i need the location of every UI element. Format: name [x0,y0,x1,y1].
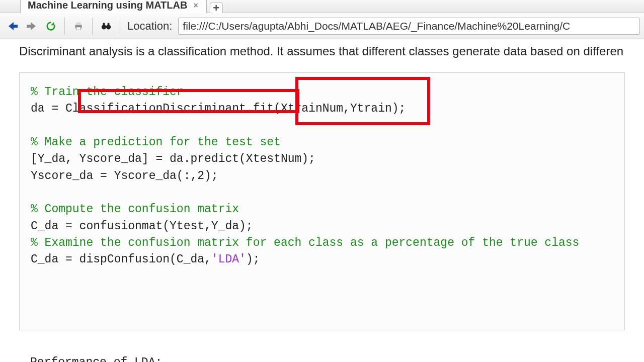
page-content: Discriminant analysis is a classificatio… [0,39,644,362]
toolbar-divider [64,18,65,35]
svg-rect-6 [103,23,105,26]
binoculars-icon [100,21,112,32]
code-line: C_da = dispConfusion(C_da,'LDA'); [31,253,260,266]
printer-icon [73,21,84,32]
toolbar: Location: [0,13,644,39]
code-comment: % Compute the confusion matrix [31,203,239,216]
code-block: % Train the classifier da = Classificati… [19,72,625,330]
browser-tab[interactable]: Machine Learning using MATLAB × [20,0,207,13]
arrow-left-icon [7,20,19,32]
arrow-right-icon [26,20,38,32]
code-line: [Y_da, Yscore_da] = da.predict(XtestNum)… [31,152,315,165]
svg-rect-5 [105,26,108,28]
plus-icon: + [213,2,219,15]
svg-rect-1 [76,22,80,25]
print-button[interactable] [70,18,87,35]
svg-rect-7 [108,23,110,26]
code-line: Yscore_da = Yscore_da(:,2); [31,169,218,183]
tab-bar: Machine Learning using MATLAB × + [0,0,644,13]
output-title: Performance of LDA: [30,356,162,362]
code-comment: % Train the classifier [31,85,184,99]
code-comment: % Make a prediction for the test set [31,136,281,149]
reload-icon [45,21,56,32]
toolbar-divider [92,18,93,35]
code-line: C_da = confusionmat(Ytest,Y_da); [31,220,253,233]
back-button[interactable] [4,18,21,35]
find-button[interactable] [98,18,115,35]
code-comment: % Examine the confusion matrix for each … [31,236,579,249]
new-tab-button[interactable]: + [210,2,223,13]
intro-text: Discriminant analysis is a classificatio… [19,44,625,58]
tab-title: Machine Learning using MATLAB [28,0,187,11]
highlight-box-args [295,77,430,125]
toolbar-divider [120,18,120,35]
output-block: Performance of LDA: Predicted No Predict… [19,354,625,362]
close-icon[interactable]: × [192,1,199,10]
reload-button[interactable] [42,18,59,35]
forward-button[interactable] [23,18,40,35]
location-input[interactable] [178,18,640,35]
svg-rect-2 [76,27,80,30]
location-label: Location: [127,20,172,33]
code-line: da = ClassificationDiscriminant.fit(Xtra… [31,102,406,115]
